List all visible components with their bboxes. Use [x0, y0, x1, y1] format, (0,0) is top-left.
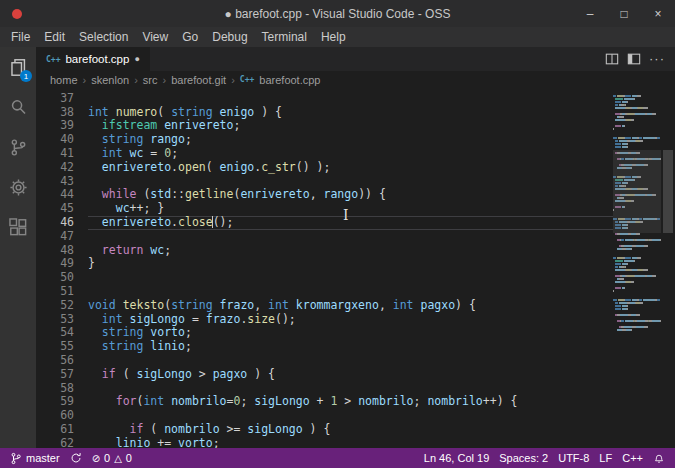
- editor-line[interactable]: 59 for(int nombrilo=0; sigLongo + 1 > no…: [36, 395, 613, 409]
- git-branch-status[interactable]: master: [10, 452, 60, 465]
- line-number[interactable]: 61: [36, 423, 88, 437]
- menu-debug[interactable]: Debug: [205, 27, 254, 47]
- editor-line[interactable]: 57 if ( sigLongo > pagxo ) {: [36, 368, 613, 382]
- code-token: nombrilo: [427, 395, 482, 408]
- breadcrumb-item[interactable]: skenlon: [91, 74, 129, 86]
- editor-line[interactable]: 61 if ( nombrilo >= sigLongo ) {: [36, 423, 613, 437]
- line-number[interactable]: 62: [36, 437, 88, 448]
- scrollbar-slider[interactable]: [663, 150, 673, 233]
- editor-line[interactable]: 48 return wc;: [36, 244, 613, 258]
- line-number[interactable]: 55: [36, 340, 88, 354]
- window-controls: – □ ×: [573, 0, 675, 27]
- more-actions-icon[interactable]: ···: [649, 54, 665, 64]
- line-number[interactable]: 51: [36, 285, 88, 299]
- line-number[interactable]: 38: [36, 106, 88, 120]
- problems-status[interactable]: ⊘ 0 △ 0: [92, 452, 132, 464]
- line-number[interactable]: 52: [36, 299, 88, 313]
- line-number[interactable]: 54: [36, 326, 88, 340]
- editor-line[interactable]: 39 ifstream enrivereto;: [36, 119, 613, 133]
- editor-line[interactable]: 42 enrivereto.open( enigo.c_str() );: [36, 161, 613, 175]
- code-token: ();: [275, 313, 296, 326]
- line-number[interactable]: 47: [36, 230, 88, 244]
- editor-line[interactable]: 47: [36, 230, 613, 244]
- menu-view[interactable]: View: [135, 27, 175, 47]
- debug-icon[interactable]: [0, 167, 36, 207]
- editor-code-area[interactable]: 363738int numero( string enigo ) {39 ifs…: [36, 88, 613, 448]
- editor-line[interactable]: 45 wc++; }: [36, 202, 613, 216]
- editor-line[interactable]: 38int numero( string enigo ) {: [36, 106, 613, 120]
- line-number[interactable]: 40: [36, 133, 88, 147]
- cursor-position[interactable]: Ln 46, Col 19: [424, 452, 489, 464]
- notifications-bell[interactable]: [653, 452, 665, 464]
- close-button[interactable]: ×: [641, 0, 675, 27]
- editor-line[interactable]: 37: [36, 92, 613, 106]
- editor-line[interactable]: 55 string linio;: [36, 340, 613, 354]
- editor-line[interactable]: 62 linio += vorto;: [36, 437, 613, 448]
- line-number[interactable]: 48: [36, 244, 88, 258]
- line-number[interactable]: 45: [36, 202, 88, 216]
- maximize-button[interactable]: □: [607, 0, 641, 27]
- line-number[interactable]: 57: [36, 368, 88, 382]
- code-token: enrivereto: [240, 188, 309, 201]
- minimap-slider[interactable]: [613, 150, 661, 233]
- editor-line[interactable]: 52void teksto(string frazo, int krommarg…: [36, 299, 613, 313]
- editor-line[interactable]: 49}: [36, 257, 613, 271]
- line-number[interactable]: 58: [36, 382, 88, 396]
- modified-dot-icon[interactable]: ●: [134, 54, 139, 64]
- minimap[interactable]: [613, 88, 661, 448]
- minimize-button[interactable]: –: [573, 0, 607, 27]
- split-editor-icon[interactable]: [605, 52, 619, 66]
- line-number[interactable]: 42: [36, 161, 88, 175]
- editor-line[interactable]: 54 string vorto;: [36, 326, 613, 340]
- code-token: int: [102, 313, 123, 326]
- eol-status[interactable]: LF: [599, 452, 612, 464]
- breadcrumb-item[interactable]: barefoot.git: [171, 74, 226, 86]
- line-number[interactable]: 43: [36, 175, 88, 189]
- breadcrumb-item[interactable]: src: [143, 74, 158, 86]
- menu-terminal[interactable]: Terminal: [255, 27, 314, 47]
- tab-barefoot-cpp[interactable]: C++ barefoot.cpp ●: [36, 47, 150, 71]
- line-number[interactable]: 39: [36, 119, 88, 133]
- line-number[interactable]: 56: [36, 354, 88, 368]
- line-number[interactable]: 59: [36, 395, 88, 409]
- menu-help[interactable]: Help: [314, 27, 353, 47]
- editor-line[interactable]: 43: [36, 175, 613, 189]
- menu-selection[interactable]: Selection: [72, 27, 135, 47]
- search-icon[interactable]: [0, 87, 36, 127]
- breadcrumb-item[interactable]: barefoot.cpp: [259, 74, 320, 86]
- editor-line[interactable]: 50: [36, 271, 613, 285]
- line-number[interactable]: 53: [36, 313, 88, 327]
- line-number[interactable]: 49: [36, 257, 88, 271]
- editor-line[interactable]: 51: [36, 285, 613, 299]
- indentation-status[interactable]: Spaces: 2: [499, 452, 548, 464]
- encoding-status[interactable]: UTF-8: [558, 452, 589, 464]
- extensions-icon[interactable]: [0, 207, 36, 247]
- breadcrumb-item[interactable]: home: [50, 74, 78, 86]
- editor-line[interactable]: 46 enrivereto.close();: [36, 216, 613, 230]
- vertical-scrollbar[interactable]: [661, 88, 675, 448]
- sync-button[interactable]: [70, 452, 82, 464]
- line-number[interactable]: 60: [36, 409, 88, 423]
- editor-line[interactable]: 40 string rango;: [36, 133, 613, 147]
- editor-line[interactable]: 56: [36, 354, 613, 368]
- editor-line[interactable]: 44 while (std::getline(enrivereto, rango…: [36, 188, 613, 202]
- source-control-icon[interactable]: [0, 127, 36, 167]
- line-number[interactable]: 50: [36, 271, 88, 285]
- code-token: +: [310, 395, 331, 408]
- code-token: ;: [240, 395, 254, 408]
- line-code: ifstream enrivereto;: [88, 119, 613, 133]
- line-number[interactable]: 37: [36, 92, 88, 106]
- editor-line[interactable]: 60: [36, 409, 613, 423]
- editor-line[interactable]: 58: [36, 382, 613, 396]
- line-number[interactable]: 44: [36, 188, 88, 202]
- menu-file[interactable]: File: [4, 27, 37, 47]
- line-number[interactable]: 41: [36, 147, 88, 161]
- editor-line[interactable]: 53 int sigLongo = frazo.size();: [36, 313, 613, 327]
- menu-go[interactable]: Go: [175, 27, 205, 47]
- line-number[interactable]: 46: [36, 216, 88, 230]
- editor-line[interactable]: 41 int wc = 0;: [36, 147, 613, 161]
- menu-edit[interactable]: Edit: [37, 27, 72, 47]
- explorer-icon[interactable]: 1: [0, 47, 36, 87]
- language-mode[interactable]: C++: [622, 452, 643, 464]
- layout-toggle-icon[interactable]: [627, 52, 641, 66]
